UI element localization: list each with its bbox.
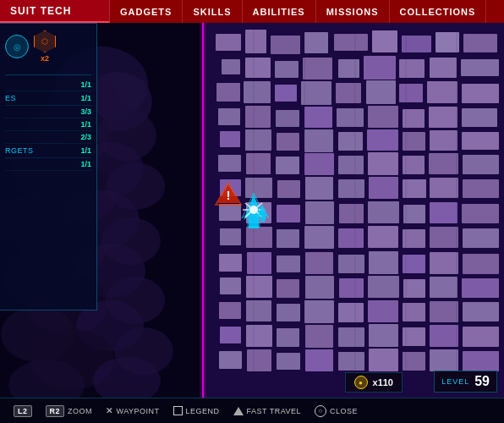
svg-rect-3 — [216, 34, 241, 51]
action-l2[interactable]: L2 — [7, 405, 39, 417]
square-button[interactable] — [173, 406, 183, 415]
tech-hex-icon: ⬡ — [34, 30, 56, 52]
svg-rect-116 — [369, 324, 398, 347]
svg-rect-17 — [364, 56, 396, 80]
svg-rect-127 — [430, 349, 458, 371]
nav-missions[interactable]: MISSIONS — [316, 0, 390, 23]
svg-rect-102 — [219, 302, 241, 319]
svg-rect-8 — [372, 30, 397, 52]
svg-rect-53 — [368, 152, 398, 175]
fast-travel-label: FAST TRAVEL — [247, 407, 302, 415]
svg-rect-7 — [334, 34, 368, 51]
close-label: CLOSE — [330, 407, 358, 415]
svg-rect-13 — [245, 58, 271, 78]
svg-rect-38 — [462, 108, 497, 127]
svg-rect-119 — [463, 327, 499, 347]
action-legend[interactable]: LEGEND — [167, 406, 227, 415]
svg-rect-96 — [305, 276, 334, 299]
svg-rect-78 — [304, 226, 334, 249]
svg-rect-65 — [463, 179, 499, 198]
svg-rect-99 — [403, 279, 425, 298]
svg-rect-22 — [244, 81, 271, 103]
svg-rect-56 — [463, 155, 499, 174]
svg-rect-33 — [304, 107, 332, 128]
svg-rect-69 — [305, 201, 334, 224]
svg-rect-76 — [246, 227, 272, 248]
resource-icon: ● — [354, 376, 368, 389]
svg-rect-10 — [436, 32, 459, 52]
svg-rect-122 — [277, 353, 300, 370]
nav-collections[interactable]: COLLECTIONS — [390, 0, 487, 23]
circle-button[interactable]: ○ — [315, 405, 326, 417]
svg-text:!: ! — [227, 189, 231, 202]
svg-rect-101 — [462, 278, 499, 298]
svg-rect-120 — [219, 351, 242, 369]
legend-label: LEGEND — [186, 407, 220, 415]
svg-rect-93 — [220, 277, 241, 294]
svg-rect-77 — [277, 229, 299, 248]
svg-rect-14 — [275, 61, 299, 78]
svg-rect-19 — [430, 58, 457, 78]
svg-rect-60 — [305, 177, 333, 200]
resources-bar: ● x110 — [345, 372, 403, 393]
svg-rect-105 — [304, 300, 334, 323]
stat-row-0: 1/1 — [5, 79, 91, 91]
nav-abilities[interactable]: ABILITIES — [243, 0, 316, 23]
svg-rect-64 — [430, 178, 458, 198]
svg-rect-83 — [463, 228, 499, 248]
svg-rect-73 — [430, 202, 457, 223]
panel-divider — [5, 74, 91, 75]
action-r2[interactable]: R2 ZOOM — [39, 405, 100, 417]
svg-rect-23 — [275, 85, 297, 102]
svg-rect-104 — [277, 304, 300, 321]
svg-rect-91 — [430, 252, 458, 274]
svg-rect-52 — [338, 156, 364, 174]
svg-rect-24 — [301, 81, 331, 105]
panel-icon-row: ◎ ⬡ x2 — [5, 30, 91, 68]
triangle-button[interactable] — [233, 407, 244, 415]
svg-rect-68 — [277, 205, 300, 222]
svg-rect-86 — [277, 255, 300, 272]
svg-rect-55 — [429, 153, 458, 174]
bottom-action-bar: L2 R2 ZOOM ✕ WAYPOINT LEGEND FAST TRAVEL… — [0, 398, 504, 423]
svg-rect-44 — [367, 129, 398, 151]
zoom-label: ZOOM — [68, 407, 92, 415]
svg-rect-128 — [463, 351, 499, 371]
svg-rect-82 — [430, 227, 458, 248]
x2-badge: x2 — [41, 54, 49, 63]
svg-rect-32 — [276, 110, 299, 127]
action-waypoint[interactable]: ✕ WAYPOINT — [99, 406, 167, 415]
waypoint-label: WAYPOINT — [117, 407, 160, 415]
svg-rect-40 — [245, 129, 271, 151]
stat-row-1: ES 1/1 — [5, 91, 91, 106]
svg-rect-80 — [368, 226, 398, 248]
svg-rect-84 — [219, 254, 242, 272]
svg-rect-62 — [369, 177, 398, 199]
svg-rect-46 — [430, 130, 457, 151]
nav-skills[interactable]: SKILLS — [183, 0, 242, 23]
nav-gadgets[interactable]: GADGETS — [110, 0, 183, 23]
l2-button[interactable]: L2 — [14, 405, 32, 417]
svg-rect-15 — [303, 58, 332, 80]
svg-rect-95 — [277, 279, 299, 298]
svg-rect-42 — [304, 129, 333, 152]
action-fast-travel[interactable]: FAST TRAVEL — [227, 407, 309, 415]
action-close[interactable]: ○ CLOSE — [308, 405, 364, 417]
svg-rect-89 — [369, 251, 398, 274]
svg-rect-71 — [368, 201, 399, 223]
svg-rect-87 — [305, 252, 333, 274]
svg-rect-107 — [368, 300, 398, 322]
svg-rect-27 — [399, 84, 423, 102]
svg-rect-48 — [218, 155, 241, 172]
svg-rect-43 — [338, 132, 363, 151]
svg-rect-94 — [246, 276, 272, 298]
svg-rect-11 — [463, 34, 497, 52]
svg-rect-26 — [366, 80, 396, 104]
svg-rect-100 — [430, 277, 457, 298]
nav-suit-tech[interactable]: SUIT TECH — [0, 0, 110, 23]
cross-button[interactable]: ✕ — [106, 406, 113, 415]
r2-button[interactable]: R2 — [46, 405, 65, 417]
svg-rect-110 — [463, 302, 499, 321]
svg-rect-75 — [220, 228, 241, 245]
svg-rect-6 — [304, 32, 328, 53]
